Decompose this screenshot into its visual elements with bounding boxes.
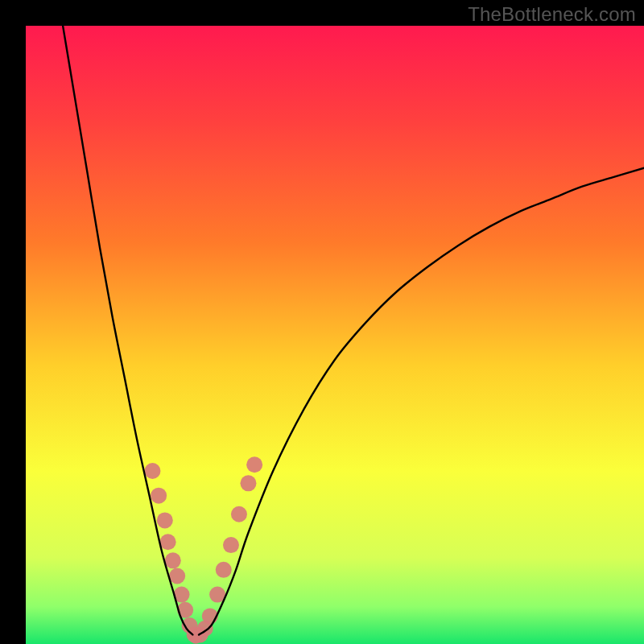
svg-point-2: [151, 488, 167, 504]
svg-point-15: [216, 562, 232, 578]
svg-rect-20: [190, 630, 202, 644]
svg-rect-0: [26, 26, 644, 644]
svg-point-6: [169, 568, 185, 584]
svg-point-19: [246, 456, 262, 473]
svg-point-5: [165, 552, 181, 568]
watermark-text: TheBottleneck.com: [468, 3, 636, 26]
svg-point-16: [223, 537, 239, 553]
svg-point-17: [231, 506, 247, 522]
svg-point-4: [160, 534, 176, 550]
chart-frame: TheBottleneck.com: [0, 0, 644, 644]
svg-point-3: [157, 512, 173, 528]
bottleneck-chart: [0, 0, 644, 644]
svg-point-18: [240, 475, 256, 491]
svg-point-1: [144, 463, 160, 479]
